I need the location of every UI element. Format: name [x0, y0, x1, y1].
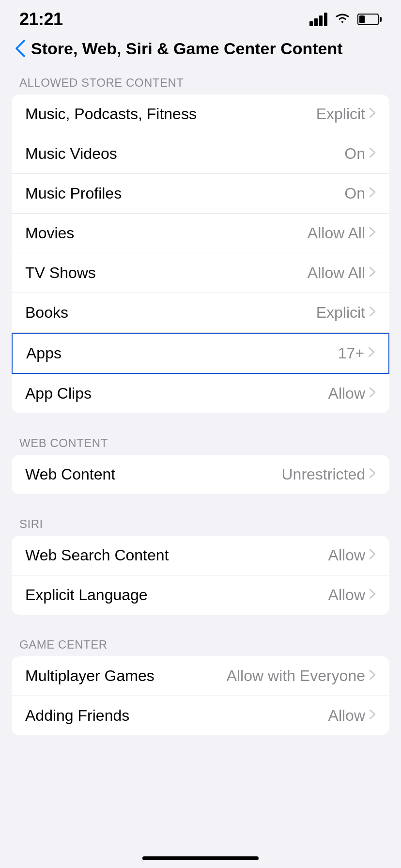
settings-row-music-videos[interactable]: Music VideosOn: [12, 134, 389, 174]
chevron-right-icon: [369, 106, 376, 122]
chevron-right-icon: [369, 708, 376, 723]
chevron-right-icon: [369, 668, 376, 683]
row-value-container-music-videos: On: [344, 145, 376, 163]
signal-icon: [309, 13, 327, 26]
settings-row-movies[interactable]: MoviesAllow All: [12, 214, 389, 253]
row-value-container-adding-friends: Allow: [328, 707, 376, 725]
row-value-container-app-clips: Allow: [328, 385, 376, 403]
row-value-web-content: Unrestricted: [282, 465, 366, 483]
row-value-container-multiplayer-games: Allow with Everyone: [227, 667, 376, 685]
chevron-right-icon: [369, 225, 376, 241]
settings-row-multiplayer-games[interactable]: Multiplayer GamesAllow with Everyone: [12, 656, 389, 696]
row-value-multiplayer-games: Allow with Everyone: [227, 667, 365, 685]
settings-row-app-clips[interactable]: App ClipsAllow: [12, 374, 389, 413]
row-label-web-search-content: Web Search Content: [25, 546, 169, 564]
row-value-music-podcasts-fitness: Explicit: [316, 105, 365, 123]
row-value-container-music-profiles: On: [344, 185, 376, 202]
row-label-music-videos: Music Videos: [25, 145, 117, 163]
sections-container: ALLOWED STORE CONTENTMusic, Podcasts, Fi…: [0, 68, 401, 735]
section-label-allowed-store-content: ALLOWED STORE CONTENT: [0, 68, 401, 94]
row-value-books: Explicit: [316, 304, 365, 322]
row-value-container-apps: 17+: [338, 344, 375, 362]
row-value-explicit-language: Allow: [328, 586, 365, 604]
settings-row-books[interactable]: BooksExplicit: [12, 293, 389, 333]
settings-group-game-center: Multiplayer GamesAllow with EveryoneAddi…: [12, 656, 389, 735]
chevron-right-icon: [369, 547, 376, 563]
row-value-music-videos: On: [344, 145, 365, 163]
settings-group-web-content: Web ContentUnrestricted: [12, 455, 389, 494]
wifi-icon: [333, 12, 352, 27]
row-value-music-profiles: On: [344, 185, 365, 202]
chevron-right-icon: [369, 146, 376, 161]
section-label-game-center: GAME CENTER: [0, 630, 401, 656]
row-value-container-books: Explicit: [316, 304, 376, 322]
row-label-multiplayer-games: Multiplayer Games: [25, 667, 154, 685]
back-button[interactable]: [15, 39, 26, 58]
row-label-web-content: Web Content: [25, 465, 115, 483]
row-label-books: Books: [25, 304, 68, 322]
settings-row-adding-friends[interactable]: Adding FriendsAllow: [12, 696, 389, 735]
chevron-right-icon: [369, 386, 376, 401]
settings-row-web-search-content[interactable]: Web Search ContentAllow: [12, 536, 389, 575]
row-value-tv-shows: Allow All: [308, 264, 365, 282]
row-value-container-web-search-content: Allow: [328, 546, 376, 564]
row-label-music-podcasts-fitness: Music, Podcasts, Fitness: [25, 105, 197, 123]
section-label-web-content: WEB CONTENT: [0, 429, 401, 455]
settings-group-allowed-store-content: Music, Podcasts, FitnessExplicitMusic Vi…: [12, 94, 389, 413]
home-indicator: [142, 856, 259, 860]
chevron-right-icon: [368, 345, 375, 361]
row-value-adding-friends: Allow: [328, 707, 365, 725]
row-value-container-movies: Allow All: [308, 224, 376, 242]
chevron-right-icon: [369, 265, 376, 280]
battery-icon: [357, 14, 382, 25]
row-label-explicit-language: Explicit Language: [25, 586, 148, 604]
row-label-adding-friends: Adding Friends: [25, 707, 129, 725]
chevron-right-icon: [369, 305, 376, 320]
settings-group-siri: Web Search ContentAllowExplicit Language…: [12, 536, 389, 615]
chevron-right-icon: [369, 466, 376, 482]
settings-row-explicit-language[interactable]: Explicit LanguageAllow: [12, 575, 389, 615]
settings-row-music-profiles[interactable]: Music ProfilesOn: [12, 174, 389, 214]
row-value-container-music-podcasts-fitness: Explicit: [316, 105, 376, 123]
settings-row-web-content[interactable]: Web ContentUnrestricted: [12, 455, 389, 494]
section-label-siri: SIRI: [0, 510, 401, 536]
settings-row-apps[interactable]: Apps17+: [12, 333, 389, 374]
status-time: 21:21: [19, 9, 63, 30]
row-label-app-clips: App Clips: [25, 385, 92, 403]
status-bar: 21:21: [0, 0, 401, 34]
nav-header: Store, Web, Siri & Game Center Content: [0, 34, 401, 68]
row-label-movies: Movies: [25, 224, 74, 242]
row-value-container-web-content: Unrestricted: [282, 465, 376, 483]
row-value-app-clips: Allow: [328, 385, 365, 403]
settings-row-music-podcasts-fitness[interactable]: Music, Podcasts, FitnessExplicit: [12, 94, 389, 134]
row-value-web-search-content: Allow: [328, 546, 365, 564]
row-label-music-profiles: Music Profiles: [25, 185, 122, 202]
settings-row-tv-shows[interactable]: TV ShowsAllow All: [12, 253, 389, 293]
row-value-apps: 17+: [338, 344, 364, 362]
page-title: Store, Web, Siri & Game Center Content: [31, 39, 343, 59]
row-label-apps: Apps: [26, 344, 62, 362]
chevron-right-icon: [369, 186, 376, 201]
chevron-right-icon: [369, 587, 376, 603]
status-icons: [309, 12, 382, 27]
row-value-container-tv-shows: Allow All: [308, 264, 376, 282]
row-value-movies: Allow All: [308, 224, 365, 242]
row-value-container-explicit-language: Allow: [328, 586, 376, 604]
row-label-tv-shows: TV Shows: [25, 264, 96, 282]
